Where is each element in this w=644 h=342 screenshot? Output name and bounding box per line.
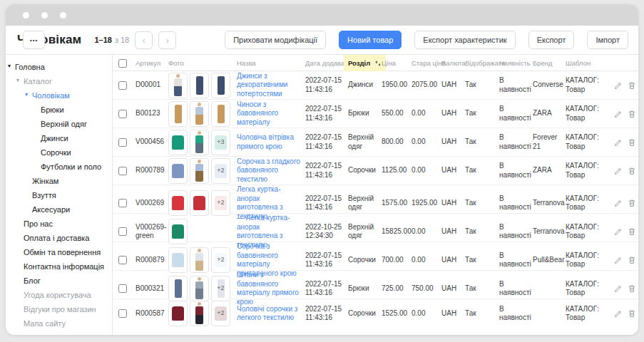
product-photo[interactable] — [168, 130, 188, 155]
product-photo[interactable] — [190, 247, 209, 273]
next-page-button[interactable]: › — [158, 31, 176, 49]
column-header-old-price[interactable]: Стара ціна — [412, 59, 441, 67]
sidebar-item[interactable]: Контактна інформація — [6, 259, 112, 274]
product-photo[interactable]: +3 — [211, 130, 230, 155]
product-photo[interactable] — [168, 301, 188, 326]
column-header-section[interactable]: Розділ — [348, 55, 382, 71]
product-photo[interactable] — [190, 101, 209, 127]
delete-icon[interactable] — [628, 256, 636, 264]
sidebar-item[interactable]: Угода користувача — [6, 288, 112, 302]
product-photo[interactable]: +2 — [211, 158, 230, 184]
product-photo[interactable] — [168, 276, 188, 301]
sidebar-item[interactable]: ▾ Головна — [6, 60, 112, 74]
hide-modifications-button[interactable]: Приховати модифікації — [225, 31, 326, 49]
edit-icon[interactable] — [614, 199, 623, 207]
product-photo[interactable] — [168, 247, 188, 273]
sidebar-item[interactable]: Футболки и поло — [6, 160, 112, 174]
delete-icon[interactable] — [628, 284, 636, 293]
delete-icon[interactable] — [628, 199, 636, 207]
delete-icon[interactable] — [628, 227, 636, 236]
edit-icon[interactable] — [614, 309, 623, 318]
product-name-link[interactable]: Джинси з декоративними потертостями — [237, 72, 287, 98]
sidebar-item[interactable]: Сорочки — [6, 145, 112, 160]
more-actions-button[interactable]: ••• — [23, 31, 45, 49]
import-button[interactable]: Імпорт — [587, 31, 628, 49]
select-all-checkbox[interactable] — [118, 59, 127, 68]
delete-icon[interactable] — [628, 309, 636, 318]
column-header-currency[interactable]: Валюта — [441, 59, 465, 67]
product-photo[interactable] — [190, 190, 209, 216]
sidebar-item[interactable]: Оплата і доставка — [6, 231, 112, 245]
product-photo[interactable] — [190, 130, 209, 155]
product-photo[interactable] — [211, 73, 230, 98]
delete-icon[interactable] — [628, 110, 636, 118]
column-header-brand[interactable]: Бренд — [533, 59, 566, 67]
column-header-name[interactable]: Назва — [237, 59, 305, 67]
row-checkbox[interactable] — [118, 138, 127, 147]
row-checkbox[interactable] — [118, 110, 127, 118]
sidebar-item[interactable]: Аксесуари — [6, 202, 112, 217]
new-product-button[interactable]: Новий товар — [339, 31, 402, 49]
product-photo[interactable] — [190, 276, 209, 301]
column-header-availability[interactable]: Наявність — [499, 59, 533, 67]
product-photo[interactable]: +2 — [211, 276, 230, 301]
export-characteristics-button[interactable]: Експорт характеристик — [414, 31, 515, 49]
row-checkbox[interactable] — [118, 309, 127, 318]
sidebar-item[interactable]: Мапа сайту — [6, 316, 112, 331]
column-header-display[interactable]: Відображати — [465, 59, 499, 67]
product-photo[interactable] — [168, 158, 188, 184]
product-photo[interactable] — [190, 73, 209, 98]
product-photo[interactable] — [168, 219, 188, 244]
product-name-link[interactable]: Чоловічі сорочки з легкого текстилю — [237, 305, 297, 322]
row-checkbox[interactable] — [118, 256, 127, 264]
sidebar-item[interactable]: Блог — [6, 274, 112, 288]
row-checkbox[interactable] — [118, 199, 127, 207]
sidebar-item[interactable]: Брюки — [6, 103, 112, 117]
sidebar-item[interactable]: Жінкам — [6, 174, 112, 188]
row-checkbox[interactable] — [118, 284, 127, 293]
product-photo[interactable] — [168, 190, 188, 216]
sidebar-item[interactable]: Відгуки про магазин — [6, 302, 112, 316]
delete-icon[interactable] — [628, 81, 636, 90]
sidebar-item[interactable]: Верхній одяг — [6, 117, 112, 131]
product-name-link[interactable]: Чиноси з бавовняного матеріалу — [237, 100, 278, 126]
product-photo[interactable] — [211, 101, 230, 127]
row-checkbox[interactable] — [118, 167, 127, 175]
product-name-link[interactable]: Чоловіча вітрівка прямого крою — [237, 133, 294, 150]
column-header-date[interactable]: Дата додавання — [305, 59, 348, 67]
edit-icon[interactable] — [614, 227, 623, 236]
column-header-template[interactable]: Шаблон — [566, 59, 614, 67]
product-photo[interactable] — [190, 301, 209, 326]
product-photo[interactable] — [168, 101, 188, 127]
product-photo[interactable]: +2 — [211, 190, 230, 216]
window-maximize-button[interactable] — [60, 12, 66, 19]
delete-icon[interactable] — [628, 167, 636, 175]
product-photo[interactable] — [168, 73, 188, 98]
product-name-link[interactable]: Штани з бавовняного матеріалу прямого кр… — [237, 271, 299, 306]
sidebar-item[interactable]: Джинси — [6, 131, 112, 145]
column-header-price[interactable]: Ціна — [382, 59, 412, 67]
edit-icon[interactable] — [614, 138, 623, 147]
product-name-link[interactable]: Сорочка з гладкого бавовняного текстилю — [237, 157, 300, 183]
product-photo[interactable]: +2 — [211, 301, 230, 326]
prev-page-button[interactable]: ‹ — [135, 31, 153, 49]
row-checkbox[interactable] — [118, 81, 127, 90]
edit-icon[interactable] — [614, 284, 623, 293]
sidebar-item[interactable]: ▾ Чоловікам — [6, 88, 112, 103]
export-button[interactable]: Експорт — [528, 31, 575, 49]
product-photo[interactable]: +2 — [211, 247, 230, 273]
product-photo[interactable] — [190, 158, 209, 184]
row-checkbox[interactable] — [118, 227, 127, 236]
delete-icon[interactable] — [628, 138, 636, 147]
window-close-button[interactable] — [23, 12, 29, 19]
edit-icon[interactable] — [614, 256, 623, 264]
window-minimize-button[interactable] — [41, 12, 48, 19]
column-header-sku[interactable]: Артикул — [136, 59, 168, 67]
edit-icon[interactable] — [614, 81, 623, 90]
edit-icon[interactable] — [614, 110, 623, 118]
sorted-column-highlight[interactable]: Розділ — [344, 55, 386, 71]
sidebar-item[interactable]: Обмін та повернення — [6, 245, 112, 259]
sidebar-item[interactable]: Взуття — [6, 188, 112, 202]
sidebar-item[interactable]: Про нас — [6, 217, 112, 231]
edit-icon[interactable] — [614, 167, 623, 175]
